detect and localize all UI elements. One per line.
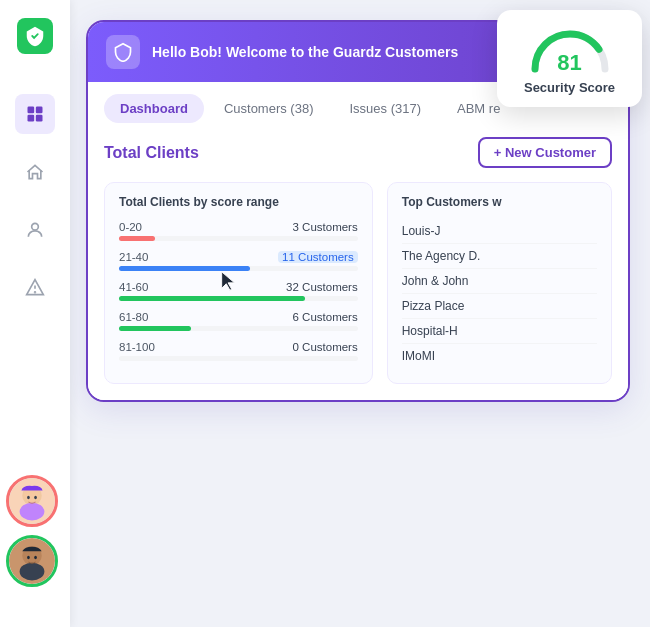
top-customers-title: Top Customers w: [402, 195, 597, 209]
customer-item-1[interactable]: The Agency D.: [402, 244, 597, 269]
tab-issues[interactable]: Issues (317): [333, 94, 437, 123]
score-row-21-40: 21-40 11 Customers: [119, 251, 358, 271]
svg-point-11: [27, 496, 30, 500]
top-customers-panel: Top Customers w Louis-J The Agency D. Jo…: [387, 182, 612, 384]
customer-list: Louis-J The Agency D. John & John Pizza …: [402, 219, 597, 368]
score-gauge: 81: [525, 24, 615, 74]
svg-point-4: [32, 223, 39, 230]
security-score-label: Security Score: [524, 80, 615, 95]
score-row-41-60: 41-60 32 Customers: [119, 281, 358, 301]
count-81-100: 0 Customers: [293, 341, 358, 353]
count-21-40: 11 Customers: [278, 251, 358, 263]
svg-point-15: [20, 563, 45, 581]
range-label-81-100: 81-100: [119, 341, 155, 353]
sidebar-nav: [15, 94, 55, 308]
range-label-21-40: 21-40: [119, 251, 148, 263]
svg-point-17: [27, 556, 30, 560]
bar-bg-41-60: [119, 296, 358, 301]
score-ranges-title: Total Clients by score range: [119, 195, 358, 209]
svg-point-6: [35, 292, 36, 293]
bar-fill-41-60: [119, 296, 305, 301]
security-score-value: 81: [557, 50, 581, 76]
welcome-text: Hello Bob! Welcome to the Guardz Custome…: [152, 44, 458, 60]
score-row-81-100: 81-100 0 Customers: [119, 341, 358, 361]
customer-item-0[interactable]: Louis-J: [402, 219, 597, 244]
sidebar-item-home[interactable]: [15, 152, 55, 192]
avatar-red[interactable]: [6, 475, 58, 527]
svg-rect-2: [28, 115, 35, 122]
avatar-face-1: [9, 478, 55, 524]
sidebar-logo[interactable]: [17, 18, 53, 54]
sidebar-item-alert[interactable]: [15, 268, 55, 308]
customer-item-5[interactable]: IMoMI: [402, 344, 597, 368]
bar-bg-0-20: [119, 236, 358, 241]
sidebar-item-user[interactable]: [15, 210, 55, 250]
score-row-0-20: 0-20 3 Customers: [119, 221, 358, 241]
svg-rect-3: [36, 115, 43, 122]
avatar-group: [6, 475, 58, 587]
new-customer-button[interactable]: + New Customer: [478, 137, 612, 168]
svg-point-9: [20, 503, 45, 521]
range-label-41-60: 41-60: [119, 281, 148, 293]
clients-header: Total Clients + New Customer: [104, 137, 612, 168]
range-label-61-80: 61-80: [119, 311, 148, 323]
avatar-green[interactable]: [6, 535, 58, 587]
customer-item-2[interactable]: John & John: [402, 269, 597, 294]
avatar-face-2: [9, 538, 55, 584]
score-row-61-80: 61-80 6 Customers: [119, 311, 358, 331]
bar-bg-21-40: [119, 266, 358, 271]
count-41-60: 32 Customers: [286, 281, 358, 293]
welcome-avatar-icon: [106, 35, 140, 69]
main-content: Total Clients + New Customer Total Clien…: [88, 123, 628, 400]
svg-rect-1: [36, 107, 43, 114]
two-col-layout: Total Clients by score range 0-20 3 Cust…: [104, 182, 612, 384]
bar-bg-81-100: [119, 356, 358, 361]
count-61-80: 6 Customers: [293, 311, 358, 323]
svg-point-12: [34, 496, 37, 500]
clients-title: Total Clients: [104, 144, 199, 162]
count-0-20: 3 Customers: [293, 221, 358, 233]
security-score-widget: 81 Security Score: [497, 10, 642, 107]
customer-item-3[interactable]: Pizza Place: [402, 294, 597, 319]
score-ranges-panel: Total Clients by score range 0-20 3 Cust…: [104, 182, 373, 384]
svg-rect-0: [28, 107, 35, 114]
sidebar-item-grid[interactable]: [15, 94, 55, 134]
customer-item-4[interactable]: Hospital-H: [402, 319, 597, 344]
svg-point-18: [34, 556, 37, 560]
bar-fill-61-80: [119, 326, 191, 331]
bar-fill-0-20: [119, 236, 155, 241]
tab-customers[interactable]: Customers (38): [208, 94, 330, 123]
range-label-0-20: 0-20: [119, 221, 142, 233]
bar-fill-21-40: [119, 266, 250, 271]
bar-bg-61-80: [119, 326, 358, 331]
tab-dashboard[interactable]: Dashboard: [104, 94, 204, 123]
